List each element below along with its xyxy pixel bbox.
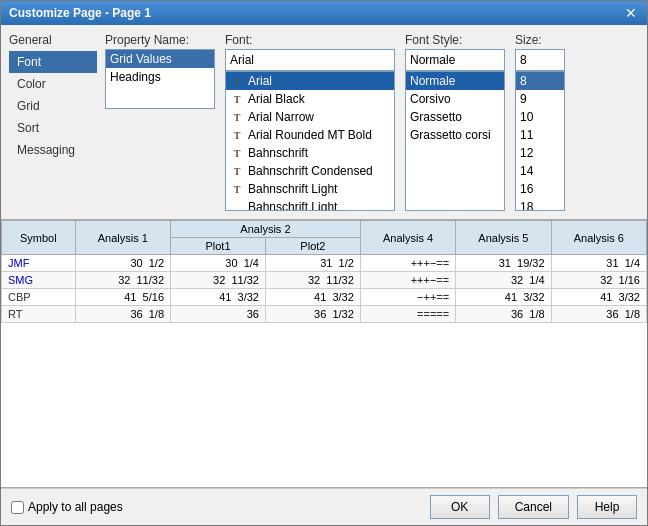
col-analysis1: Analysis 1 bbox=[75, 221, 170, 255]
font-list-label: Arial Narrow bbox=[248, 110, 314, 124]
property-name-list[interactable]: Grid Values Headings bbox=[105, 49, 215, 109]
table-row: SMG 32 11/32 32 11/32 32 11/32 +++−== 32… bbox=[2, 272, 647, 289]
cell-a6-cbp: 41 3/32 bbox=[551, 289, 646, 306]
font-size-9[interactable]: 9 bbox=[516, 90, 564, 108]
font-size-18[interactable]: 18 bbox=[516, 198, 564, 211]
font-style-input[interactable] bbox=[405, 49, 505, 71]
font-type-icon: T bbox=[230, 130, 244, 141]
col-symbol: Symbol bbox=[2, 221, 76, 255]
font-label: Font: bbox=[225, 33, 395, 47]
font-size-11[interactable]: 11 bbox=[516, 126, 564, 144]
apply-all-pages-label[interactable]: Apply to all pages bbox=[11, 500, 123, 514]
cell-a4-smg: +++−== bbox=[360, 272, 455, 289]
sidebar: General Font Color Grid Sort Messaging bbox=[9, 33, 97, 211]
sidebar-item-color[interactable]: Color bbox=[9, 73, 97, 95]
main-window: Customize Page - Page 1 ✕ General Font C… bbox=[0, 0, 648, 526]
property-name-label: Property Name: bbox=[105, 33, 215, 47]
sidebar-item-sort[interactable]: Sort bbox=[9, 117, 97, 139]
col-plot1: Plot1 bbox=[171, 238, 266, 255]
font-list-label: Bahnschrift bbox=[248, 146, 308, 160]
font-style-normale[interactable]: Normale bbox=[406, 72, 504, 90]
cell-a1-smg: 32 11/32 bbox=[75, 272, 170, 289]
symbol-smg: SMG bbox=[2, 272, 76, 289]
property-name-grid-values[interactable]: Grid Values bbox=[106, 50, 214, 68]
font-list-label: Bahnschrift Light Condensed bbox=[248, 200, 390, 211]
cell-p1-smg: 32 11/32 bbox=[171, 272, 266, 289]
col-plot2: Plot2 bbox=[265, 238, 360, 255]
font-size-list[interactable]: 8 9 10 11 12 14 16 18 20 bbox=[515, 71, 565, 211]
font-type-icon: T bbox=[230, 76, 244, 87]
font-list-label: Arial Rounded MT Bold bbox=[248, 128, 372, 142]
cell-a1-rt: 36 1/8 bbox=[75, 306, 170, 323]
title-bar: Customize Page - Page 1 ✕ bbox=[1, 1, 647, 25]
font-list-item-arial-narrow[interactable]: T Arial Narrow bbox=[226, 108, 394, 126]
font-size-12[interactable]: 12 bbox=[516, 144, 564, 162]
cell-a1-jmf: 30 1/2 bbox=[75, 255, 170, 272]
cell-p2-smg: 32 11/32 bbox=[265, 272, 360, 289]
bottom-bar: Apply to all pages OK Cancel Help bbox=[1, 488, 647, 525]
top-controls: Property Name: Grid Values Headings Font… bbox=[105, 33, 639, 211]
font-size-input[interactable] bbox=[515, 49, 565, 71]
cell-p2-jmf: 31 1/2 bbox=[265, 255, 360, 272]
font-list[interactable]: T Arial T Arial Black T Arial Narrow bbox=[225, 71, 395, 211]
sidebar-item-grid[interactable]: Grid bbox=[9, 95, 97, 117]
table-row: JMF 30 1/2 30 1/4 31 1/2 +++−== 31 19/32… bbox=[2, 255, 647, 272]
font-list-item-arial-rounded[interactable]: T Arial Rounded MT Bold bbox=[226, 126, 394, 144]
cell-a1-cbp: 41 5/16 bbox=[75, 289, 170, 306]
property-panel: Property Name: Grid Values Headings Font… bbox=[105, 33, 639, 211]
apply-all-pages-checkbox[interactable] bbox=[11, 501, 24, 514]
font-list-item-arial-black[interactable]: T Arial Black bbox=[226, 90, 394, 108]
font-list-item-bahnschrift-light-condensed[interactable]: T Bahnschrift Light Condensed bbox=[226, 198, 394, 211]
font-list-item-bahnschrift[interactable]: T Bahnschrift bbox=[226, 144, 394, 162]
apply-all-pages-text: Apply to all pages bbox=[28, 500, 123, 514]
font-list-label: Bahnschrift Light bbox=[248, 182, 337, 196]
font-list-label: Bahnschrift Condensed bbox=[248, 164, 373, 178]
font-style-grassetto[interactable]: Grassetto bbox=[406, 108, 504, 126]
font-list-item-bahnschrift-condensed[interactable]: T Bahnschrift Condensed bbox=[226, 162, 394, 180]
table-row: CBP 41 5/16 41 3/32 41 3/32 −++== 41 3/3… bbox=[2, 289, 647, 306]
font-list-label: Arial Black bbox=[248, 92, 305, 106]
cell-a5-rt: 36 1/8 bbox=[456, 306, 551, 323]
symbol-jmf: JMF bbox=[2, 255, 76, 272]
symbol-rt: RT bbox=[2, 306, 76, 323]
cell-p1-rt: 36 bbox=[171, 306, 266, 323]
font-input[interactable] bbox=[225, 49, 395, 71]
font-size-10[interactable]: 10 bbox=[516, 108, 564, 126]
table-row: RT 36 1/8 36 36 1/32 ===== 36 1/8 36 1/8 bbox=[2, 306, 647, 323]
font-size-section: Size: 8 9 10 11 12 14 16 18 20 bbox=[515, 33, 565, 211]
font-style-list[interactable]: Normale Corsivo Grassetto Grassetto cors… bbox=[405, 71, 505, 211]
cell-a4-jmf: +++−== bbox=[360, 255, 455, 272]
font-size-16[interactable]: 16 bbox=[516, 180, 564, 198]
font-size-8[interactable]: 8 bbox=[516, 72, 564, 90]
cancel-button[interactable]: Cancel bbox=[498, 495, 569, 519]
font-section: Font: T Arial T Arial Black bbox=[225, 33, 395, 211]
sidebar-item-font[interactable]: Font bbox=[9, 51, 97, 73]
cell-a5-smg: 32 1/4 bbox=[456, 272, 551, 289]
property-name-headings[interactable]: Headings bbox=[106, 68, 214, 86]
font-style-grassetto-corsi[interactable]: Grassetto corsi bbox=[406, 126, 504, 144]
font-size-14[interactable]: 14 bbox=[516, 162, 564, 180]
col-analysis6: Analysis 6 bbox=[551, 221, 646, 255]
cell-a6-smg: 32 1/16 bbox=[551, 272, 646, 289]
font-type-icon: T bbox=[230, 148, 244, 159]
font-type-icon: T bbox=[230, 184, 244, 195]
sidebar-title: General bbox=[9, 33, 97, 47]
font-style-corsivo[interactable]: Corsivo bbox=[406, 90, 504, 108]
close-button[interactable]: ✕ bbox=[623, 6, 639, 20]
font-style-section: Font Style: Normale Corsivo Grassetto Gr… bbox=[405, 33, 505, 211]
font-style-label: Font Style: bbox=[405, 33, 505, 47]
font-list-item-arial[interactable]: T Arial bbox=[226, 72, 394, 90]
font-type-icon: T bbox=[230, 209, 244, 212]
cell-a5-cbp: 41 3/32 bbox=[456, 289, 551, 306]
sidebar-item-messaging[interactable]: Messaging bbox=[9, 139, 97, 161]
cell-a6-jmf: 31 1/4 bbox=[551, 255, 646, 272]
size-label: Size: bbox=[515, 33, 565, 47]
font-list-label: Arial bbox=[248, 74, 272, 88]
cell-p1-jmf: 30 1/4 bbox=[171, 255, 266, 272]
ok-button[interactable]: OK bbox=[430, 495, 490, 519]
help-button[interactable]: Help bbox=[577, 495, 637, 519]
col-analysis2: Analysis 2 bbox=[171, 221, 361, 238]
cell-p2-cbp: 41 3/32 bbox=[265, 289, 360, 306]
font-list-item-bahnschrift-light[interactable]: T Bahnschrift Light bbox=[226, 180, 394, 198]
property-name-section: Property Name: Grid Values Headings bbox=[105, 33, 215, 211]
